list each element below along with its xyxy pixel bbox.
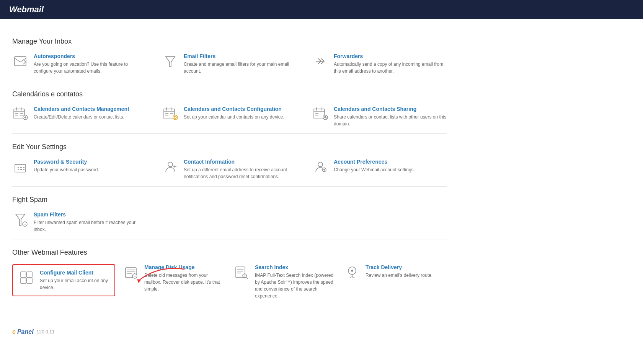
svg-rect-49 — [21, 278, 26, 283]
cal-sharing-desc: Share calendars or contact lists with ot… — [334, 114, 447, 127]
configure-mail-client-text: Configure Mail Client Set up your email … — [40, 270, 109, 291]
forwarders-item[interactable]: Forwarders Automatically send a copy of … — [312, 53, 447, 75]
cpanel-text: Panel — [17, 328, 34, 335]
svg-point-39 — [318, 162, 323, 167]
email-filters-item[interactable]: Email Filters Create and manage email fi… — [162, 53, 297, 75]
contact-info-title: Contact Information — [184, 159, 297, 165]
cal-management-title: Calendars and Contacts Management — [34, 106, 129, 112]
forwarders-text: Forwarders Automatically send a copy of … — [334, 53, 447, 75]
autoresponders-item[interactable]: Autoresponders Are you going on vacation… — [12, 53, 147, 75]
spam-filters-title: Spam Filters — [34, 211, 147, 218]
cal-config-text: Calendars and Contacts Configuration Set… — [184, 106, 284, 120]
contact-info-item[interactable]: Contact Information Set up a different e… — [162, 159, 297, 180]
other-features-heading: Other Webmail Features — [12, 249, 447, 257]
cal-sharing-text: Calendars and Contacts Sharing Share cal… — [334, 106, 447, 127]
manage-disk-usage-item[interactable]: Manage Disk Usage Delete old messages fr… — [123, 264, 226, 292]
cal-config-item[interactable]: Calendars and Contacts Configuration Set… — [162, 106, 297, 127]
autoresponders-text: Autoresponders Are you going on vacation… — [34, 53, 147, 75]
cal-management-item[interactable]: Calendars and Contacts Management Create… — [12, 106, 147, 127]
manage-disk-usage-icon — [123, 264, 139, 280]
autoresponders-title: Autoresponders — [34, 53, 147, 59]
track-delivery-item[interactable]: Track Delivery Review an email's deliver… — [344, 264, 447, 280]
forwarders-desc: Automatically send a copy of any incomin… — [334, 61, 447, 75]
svg-rect-47 — [21, 272, 26, 277]
email-filters-title: Email Filters — [184, 53, 297, 59]
password-security-item[interactable]: Password & Security Update your webmail … — [12, 159, 147, 180]
svg-point-28 — [325, 116, 326, 117]
autoresponders-desc: Are you going on vacation? Use this feat… — [34, 61, 147, 75]
svg-point-66 — [351, 270, 353, 271]
calendars-grid: Calendars and Contacts Management Create… — [12, 106, 447, 127]
search-index-title: Search Index — [255, 264, 336, 270]
password-security-text: Password & Security Update your webmail … — [34, 159, 99, 173]
track-delivery-desc: Review an email's delivery route. — [366, 272, 432, 279]
edit-settings-heading: Edit Your Settings — [12, 143, 447, 151]
other-features-grid: Configure Mail Client Set up your email … — [12, 264, 447, 299]
password-security-icon — [12, 159, 28, 175]
svg-rect-29 — [15, 164, 26, 172]
cal-management-text: Calendars and Contacts Management Create… — [34, 106, 129, 120]
search-index-item[interactable]: Search Index IMAP Full-Text Search Index… — [233, 264, 336, 299]
fight-spam-heading: Fight Spam — [12, 196, 447, 204]
svg-line-65 — [246, 277, 248, 279]
manage-inbox-grid: Autoresponders Are you going on vacation… — [12, 53, 447, 75]
forwarders-title: Forwarders — [334, 53, 447, 59]
forwarders-icon — [312, 53, 328, 69]
configure-mail-client-desc: Set up your email account on any device. — [40, 277, 109, 291]
account-prefs-icon — [312, 159, 328, 175]
cal-config-desc: Set up your calendar and contacts on any… — [184, 114, 284, 120]
cal-management-desc: Create/Edit/Delete calendars or contact … — [34, 114, 129, 120]
other-features-section: Other Webmail Features — [12, 249, 447, 299]
spam-filters-item[interactable]: Spam Filters Filter unwanted spam email … — [12, 211, 147, 233]
cal-sharing-title: Calendars and Contacts Sharing — [334, 106, 447, 112]
search-index-desc: IMAP Full-Text Search Index (powered by … — [255, 272, 336, 299]
footer: c Panel 120.0.11 — [0, 324, 643, 340]
manage-inbox-heading: Manage Your Inbox — [12, 37, 447, 46]
cal-sharing-item[interactable]: Calendars and Contacts Sharing Share cal… — [312, 106, 447, 127]
email-filters-desc: Create and manage email filters for your… — [184, 61, 297, 75]
account-prefs-desc: Change your Webmail account settings. — [334, 166, 415, 173]
account-prefs-title: Account Preferences — [334, 159, 415, 165]
track-delivery-text: Track Delivery Review an email's deliver… — [366, 264, 432, 279]
manage-disk-usage-title: Manage Disk Usage — [144, 264, 226, 270]
manage-disk-usage-text: Manage Disk Usage Delete old messages fr… — [144, 264, 226, 292]
password-security-title: Password & Security — [34, 159, 99, 165]
main-content: Manage Your Inbox Autoresponders Are you… — [0, 19, 459, 309]
cal-management-icon — [12, 106, 28, 122]
configure-mail-client-title: Configure Mail Client — [40, 270, 109, 276]
edit-settings-grid: Password & Security Update your webmail … — [12, 159, 447, 180]
contact-info-desc: Set up a different email address to rece… — [184, 166, 297, 180]
configure-mail-client-icon — [18, 270, 34, 286]
cal-config-title: Calendars and Contacts Configuration — [184, 106, 284, 112]
calendars-heading: Calendários e contatos — [12, 90, 447, 98]
email-filters-text: Email Filters Create and manage email fi… — [184, 53, 297, 75]
svg-rect-60 — [236, 267, 245, 278]
cal-config-icon — [162, 106, 178, 122]
contact-info-text: Contact Information Set up a different e… — [184, 159, 297, 180]
cpanel-c: c — [12, 328, 16, 335]
cal-sharing-icon — [312, 106, 328, 122]
search-index-text: Search Index IMAP Full-Text Search Index… — [255, 264, 336, 299]
account-prefs-item[interactable]: Account Preferences Change your Webmail … — [312, 159, 447, 180]
svg-point-64 — [243, 274, 246, 278]
header: Webmail — [0, 0, 643, 19]
spam-filters-text: Spam Filters Filter unwanted spam email … — [34, 211, 147, 233]
svg-point-36 — [168, 162, 173, 167]
svg-point-20 — [173, 115, 178, 120]
track-delivery-title: Track Delivery — [366, 264, 432, 270]
svg-rect-50 — [27, 278, 32, 283]
svg-rect-48 — [27, 272, 32, 277]
fight-spam-grid: Spam Filters Filter unwanted spam email … — [12, 211, 447, 233]
configure-mail-client-item[interactable]: Configure Mail Client Set up your email … — [12, 264, 115, 296]
password-security-desc: Update your webmail password. — [34, 166, 99, 173]
cpanel-logo: c Panel — [12, 328, 34, 335]
track-delivery-icon — [344, 264, 360, 280]
version-number: 120.0.11 — [37, 329, 55, 335]
email-filters-icon — [162, 53, 178, 69]
manage-disk-usage-desc: Delete old messages from your mailbox. R… — [144, 272, 226, 292]
svg-marker-1 — [166, 57, 175, 67]
account-prefs-text: Account Preferences Change your Webmail … — [334, 159, 415, 173]
autoresponder-icon — [12, 53, 28, 69]
spam-filters-desc: Filter unwanted spam email before it rea… — [34, 219, 147, 233]
webmail-logo: Webmail — [9, 5, 44, 15]
